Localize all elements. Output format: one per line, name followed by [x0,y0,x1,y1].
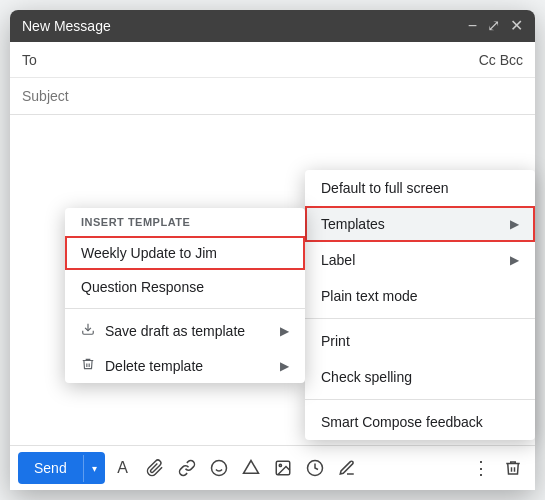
compose-header: New Message − ⤢ ✕ [10,10,535,42]
submenu-weekly-update[interactable]: Weekly Update to Jim [65,236,305,270]
emoji-icon[interactable] [205,454,233,482]
compose-fields: To Cc Bcc [10,42,535,115]
popout-button[interactable]: ⤢ [487,18,500,34]
drive-icon[interactable] [237,454,265,482]
save-draft-icon [81,322,95,339]
more-options-icon[interactable]: ⋮ [467,454,495,482]
submenu-save-draft[interactable]: Save draft as template ▶ [65,313,305,348]
delete-template-icon [81,357,95,374]
photo-icon[interactable] [269,454,297,482]
send-label[interactable]: Send [18,452,83,484]
cc-bcc-button[interactable]: Cc Bcc [479,52,523,68]
submenu-question-response[interactable]: Question Response [65,270,305,304]
close-button[interactable]: ✕ [510,18,523,34]
submenu-templates: INSERT TEMPLATE Weekly Update to Jim Que… [65,208,305,383]
send-arrow[interactable]: ▾ [83,455,105,482]
submenu-divider [65,308,305,309]
ctx-plain-text[interactable]: Plain text mode [305,278,535,314]
compose-window: New Message − ⤢ ✕ To Cc Bcc Send ▾ A [10,10,535,490]
compose-title: New Message [22,18,111,34]
to-label: To [22,52,72,68]
ctx-print[interactable]: Print [305,323,535,359]
submenu-section-label: INSERT TEMPLATE [65,208,305,236]
more-time-icon[interactable] [301,454,329,482]
compose-toolbar: Send ▾ A ⋮ [10,445,535,490]
context-menu-right: Default to full screen Templates ▶ Label… [305,170,535,440]
save-draft-arrow: ▶ [280,324,289,338]
subject-input[interactable] [22,88,523,104]
ctx-label[interactable]: Label ▶ [305,242,535,278]
ctx-label-arrow: ▶ [510,253,519,267]
send-button[interactable]: Send ▾ [18,452,105,484]
pen-icon[interactable] [333,454,361,482]
attach-icon[interactable] [141,454,169,482]
subject-field [10,78,535,114]
ctx-divider-1 [305,318,535,319]
delete-icon[interactable] [499,454,527,482]
minimize-button[interactable]: − [468,18,477,34]
svg-point-4 [279,464,281,466]
ctx-smart-compose[interactable]: Smart Compose feedback [305,404,535,440]
link-icon[interactable] [173,454,201,482]
ctx-templates[interactable]: Templates ▶ [305,206,535,242]
to-input[interactable] [80,52,479,68]
save-draft-label: Save draft as template [105,323,245,339]
header-actions: − ⤢ ✕ [468,18,523,34]
to-field: To Cc Bcc [10,42,535,78]
ctx-default-fullscreen[interactable]: Default to full screen [305,170,535,206]
ctx-check-spelling[interactable]: Check spelling [305,359,535,395]
delete-template-label: Delete template [105,358,203,374]
svg-point-0 [211,461,226,476]
format-icon[interactable]: A [109,454,137,482]
ctx-divider-2 [305,399,535,400]
ctx-templates-arrow: ▶ [510,217,519,231]
submenu-delete-template[interactable]: Delete template ▶ [65,348,305,383]
delete-template-arrow: ▶ [280,359,289,373]
